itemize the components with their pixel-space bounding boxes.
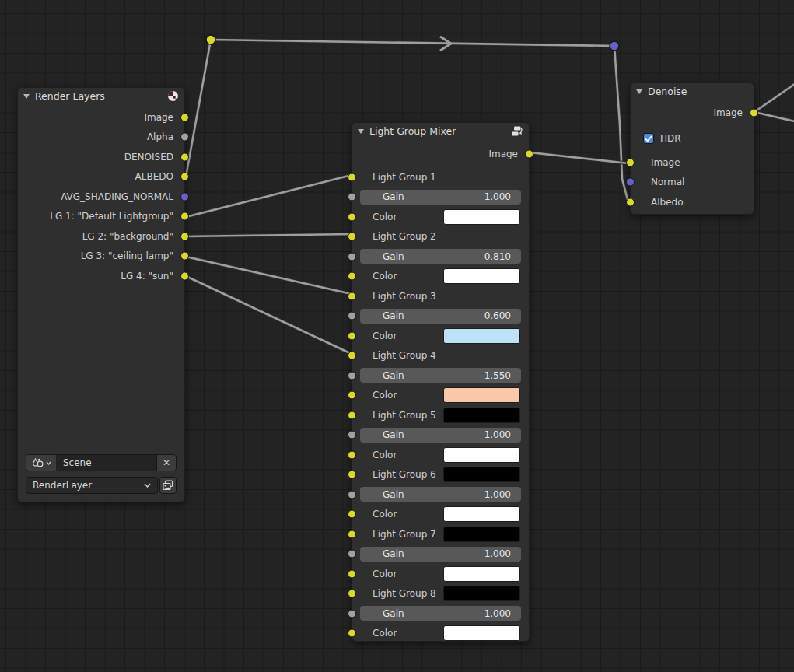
color-input-socket[interactable] bbox=[348, 569, 356, 578]
color-label: Color bbox=[373, 271, 397, 282]
clear-scene-button[interactable]: ✕ bbox=[156, 455, 176, 471]
output-label: LG 3: "ceiling lamp" bbox=[81, 250, 173, 261]
image-output-socket[interactable] bbox=[180, 173, 189, 181]
view-layer-button[interactable] bbox=[159, 477, 177, 494]
image-input-socket[interactable] bbox=[626, 158, 635, 166]
light-group-label: Light Group 8 bbox=[373, 588, 436, 599]
output-label: Alpha bbox=[147, 131, 173, 142]
output-row: ALBEDO bbox=[18, 167, 184, 187]
color-label: Color bbox=[373, 628, 397, 639]
color-swatch[interactable] bbox=[443, 447, 520, 463]
image-output-socket[interactable] bbox=[180, 232, 189, 240]
color-swatch[interactable] bbox=[443, 268, 520, 284]
image-output-socket[interactable] bbox=[750, 109, 758, 117]
collapse-triangle-icon[interactable] bbox=[23, 94, 30, 99]
light-group-image-swatch[interactable] bbox=[443, 586, 520, 601]
output-label: LG 2: "background" bbox=[82, 231, 173, 242]
output-label: LG 1: "Default Lightgroup" bbox=[50, 211, 173, 222]
color-label: Color bbox=[373, 390, 397, 401]
gain-slider[interactable]: Gain1.000 bbox=[360, 428, 521, 443]
light-group-input-socket[interactable] bbox=[348, 352, 356, 360]
gain-input-socket[interactable] bbox=[348, 609, 356, 618]
gain-input-socket[interactable] bbox=[348, 193, 356, 201]
image-input-socket[interactable] bbox=[626, 198, 635, 206]
gain-input-socket[interactable] bbox=[348, 431, 356, 439]
gain-slider[interactable]: Gain1.000 bbox=[360, 606, 521, 621]
gain-slider[interactable]: Gain1.550 bbox=[360, 368, 521, 383]
color-row: Color bbox=[352, 267, 529, 287]
checkmark-icon bbox=[645, 135, 652, 142]
color-swatch[interactable] bbox=[443, 209, 520, 225]
hdr-checkbox[interactable] bbox=[643, 133, 654, 144]
scene-browse-button[interactable] bbox=[26, 455, 56, 471]
node-light-group-mixer[interactable]: Light Group Mixer Image Light Group 1Gai… bbox=[352, 122, 530, 642]
render-layer-dropdown[interactable]: RenderLayer bbox=[26, 477, 158, 494]
light-group-input-socket[interactable] bbox=[348, 590, 356, 598]
light-group-input-socket[interactable] bbox=[348, 233, 356, 241]
light-group-input-socket[interactable] bbox=[348, 173, 356, 181]
color-input-socket[interactable] bbox=[348, 391, 356, 400]
collapse-triangle-icon[interactable] bbox=[358, 129, 364, 134]
gain-input-socket[interactable] bbox=[348, 312, 356, 320]
vector-input-socket[interactable] bbox=[626, 178, 635, 187]
light-group-label: Light Group 5 bbox=[373, 410, 436, 421]
image-output-socket[interactable] bbox=[525, 150, 533, 159]
color-label: Color bbox=[373, 450, 397, 460]
light-group-input-socket[interactable] bbox=[348, 530, 356, 538]
render-layers-header[interactable]: Render Layers bbox=[18, 88, 184, 104]
denoise-header[interactable]: Denoise bbox=[631, 83, 754, 100]
gain-row: Gain1.000 bbox=[352, 187, 529, 208]
reroute-node[interactable] bbox=[610, 41, 619, 51]
gain-value: 1.000 bbox=[484, 608, 511, 619]
light-group-image-swatch[interactable] bbox=[443, 467, 520, 482]
image-output-socket[interactable] bbox=[180, 271, 189, 280]
light-group-image-swatch[interactable] bbox=[443, 527, 520, 542]
gain-slider[interactable]: Gain0.810 bbox=[360, 249, 521, 264]
image-output-socket[interactable] bbox=[180, 113, 189, 121]
gain-slider[interactable]: Gain0.600 bbox=[360, 309, 521, 324]
vector-output-socket[interactable] bbox=[180, 192, 189, 201]
node-denoise[interactable]: Denoise Image HDR ImageNormalAlbedo bbox=[630, 82, 754, 215]
output-row: Alpha bbox=[18, 128, 184, 148]
gain-slider[interactable]: Gain1.000 bbox=[360, 487, 521, 502]
value-output-socket[interactable] bbox=[180, 133, 189, 142]
gain-slider[interactable]: Gain1.000 bbox=[360, 190, 521, 205]
node-render-layers[interactable]: Render Layers ImageAlphaDENOISEDALBEDOAV… bbox=[17, 87, 185, 502]
color-swatch[interactable] bbox=[443, 506, 520, 522]
gain-value: 1.000 bbox=[484, 548, 511, 559]
scene-selector[interactable]: Scene ✕ bbox=[26, 454, 177, 471]
light-group-input-socket[interactable] bbox=[348, 471, 356, 479]
color-swatch[interactable] bbox=[443, 625, 520, 641]
gain-slider-label: Gain bbox=[370, 608, 484, 619]
gain-input-socket[interactable] bbox=[348, 550, 356, 558]
gain-slider-label: Gain bbox=[370, 191, 484, 202]
gain-row: Gain0.810 bbox=[352, 247, 529, 267]
light-group-input-socket[interactable] bbox=[348, 292, 356, 300]
image-output-row: Image bbox=[352, 145, 529, 163]
color-input-socket[interactable] bbox=[348, 272, 356, 281]
color-swatch[interactable] bbox=[443, 566, 520, 582]
light-group-image-swatch[interactable] bbox=[443, 408, 520, 423]
gain-input-socket[interactable] bbox=[348, 252, 356, 261]
image-output-socket[interactable] bbox=[180, 212, 189, 221]
color-input-socket[interactable] bbox=[348, 629, 356, 638]
gain-slider[interactable]: Gain1.000 bbox=[360, 547, 521, 562]
scene-name-field[interactable]: Scene bbox=[56, 455, 156, 471]
color-swatch[interactable] bbox=[443, 328, 520, 344]
render-layer-value: RenderLayer bbox=[33, 480, 144, 491]
collapse-triangle-icon[interactable] bbox=[636, 89, 642, 94]
node-title: Denoise bbox=[648, 86, 748, 97]
color-input-socket[interactable] bbox=[348, 450, 356, 459]
light-group-mixer-header[interactable]: Light Group Mixer bbox=[352, 123, 529, 139]
light-group-input-socket[interactable] bbox=[348, 411, 356, 419]
gain-input-socket[interactable] bbox=[348, 490, 356, 499]
color-input-socket[interactable] bbox=[348, 212, 356, 221]
input-label: Albedo bbox=[651, 197, 684, 208]
gain-input-socket[interactable] bbox=[348, 371, 356, 380]
image-output-socket[interactable] bbox=[180, 252, 189, 261]
reroute-node[interactable] bbox=[206, 35, 215, 44]
color-input-socket[interactable] bbox=[348, 331, 356, 340]
image-output-socket[interactable] bbox=[180, 152, 189, 161]
color-input-socket[interactable] bbox=[348, 510, 356, 519]
color-swatch[interactable] bbox=[443, 387, 520, 403]
